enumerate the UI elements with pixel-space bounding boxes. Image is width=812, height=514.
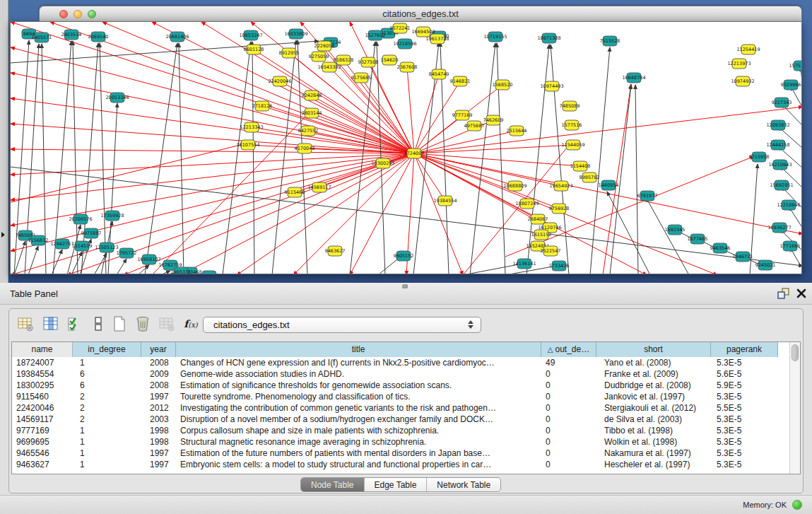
table-cell[interactable]: Jankovic et al. (1997) bbox=[596, 392, 711, 403]
tab-network-table[interactable]: Network Table bbox=[427, 478, 500, 491]
table-cell[interactable]: 2003 bbox=[141, 414, 176, 426]
graph-node[interactable]: 19613728 bbox=[425, 34, 449, 44]
scrollbar-thumb[interactable] bbox=[792, 344, 799, 361]
table-cell[interactable]: Hescheler et al. (1997) bbox=[596, 460, 711, 471]
table-cell[interactable]: 1 bbox=[73, 437, 141, 448]
select-columns-icon[interactable] bbox=[66, 315, 84, 333]
tab-node-table[interactable]: Node Table bbox=[301, 478, 365, 491]
graph-node[interactable]: 19654923 bbox=[549, 181, 572, 191]
graph-node[interactable]: 19384554 bbox=[433, 196, 457, 206]
table-cell[interactable]: 9463627 bbox=[12, 460, 73, 471]
graph-node[interactable]: 12093832 bbox=[766, 120, 789, 130]
citation-edge-black[interactable] bbox=[252, 42, 254, 274]
table-cell[interactable]: 6 bbox=[73, 369, 141, 380]
table-row[interactable]: 911546021997Tourette syndrome. Phenomeno… bbox=[12, 392, 778, 403]
table-cell[interactable]: 0 bbox=[541, 437, 596, 448]
citation-edge-red[interactable] bbox=[11, 153, 414, 200]
table-row[interactable]: 969969511998Structural magnetic resonanc… bbox=[12, 437, 778, 448]
citation-edge-red[interactable] bbox=[124, 153, 414, 274]
table-row[interactable]: 977716911998Corpus callosum shape and si… bbox=[12, 426, 778, 437]
table-cell[interactable]: 1997 bbox=[141, 392, 176, 403]
citation-edge-red[interactable] bbox=[11, 73, 414, 153]
table-cell[interactable]: 2 bbox=[73, 403, 141, 414]
table-cell[interactable]: 19384554 bbox=[12, 369, 73, 380]
table-cell[interactable]: 5.3E-5 bbox=[711, 426, 778, 437]
table-cell[interactable]: 5.3E-5 bbox=[711, 392, 778, 403]
graph-node[interactable]: 8995782 bbox=[579, 173, 600, 182]
panel-collapse-arrow-icon[interactable] bbox=[1, 232, 5, 238]
graph-node[interactable]: 15692951 bbox=[770, 180, 793, 190]
table-cell[interactable]: 14569117 bbox=[12, 414, 73, 426]
citation-edge-red[interactable] bbox=[289, 53, 414, 153]
table-row[interactable]: 946362711997Embryonic stem cells: a mode… bbox=[12, 460, 778, 471]
column-header-in_degree[interactable]: in_degree bbox=[73, 342, 141, 357]
table-cell[interactable]: 0 bbox=[541, 460, 596, 471]
graph-node[interactable]: 2803144 bbox=[302, 108, 322, 118]
table-cell[interactable]: 1 bbox=[73, 460, 141, 471]
table-cell[interactable]: Yano et al. (2008) bbox=[596, 358, 711, 369]
graph-node[interactable]: 18807249 bbox=[515, 199, 539, 209]
close-panel-icon[interactable] bbox=[796, 288, 807, 299]
citation-edge-black[interactable] bbox=[298, 40, 307, 274]
table-cell[interactable]: 9699695 bbox=[12, 437, 73, 448]
network-view-canvas[interactable]: 8494140557124035142069140206914061065324… bbox=[10, 21, 802, 274]
table-cell[interactable]: de Silva et al. (2003) bbox=[596, 414, 711, 426]
table-cell[interactable]: Disruption of a novel member of a sodium… bbox=[176, 414, 541, 426]
table-cell[interactable]: 1998 bbox=[141, 426, 176, 437]
table-cell[interactable]: Stergiakouli et al. (2012) bbox=[596, 403, 711, 414]
table-cell[interactable]: Corpus callosum shape and size in male p… bbox=[176, 426, 541, 437]
graph-node[interactable]: 14569117 bbox=[307, 182, 331, 192]
citation-edge-black[interactable] bbox=[81, 43, 98, 274]
citation-edge-red[interactable] bbox=[319, 153, 414, 187]
table-cell[interactable]: Dudbridge et al. (2008) bbox=[596, 380, 711, 392]
column-header-out_de[interactable]: △out_de… bbox=[541, 342, 596, 357]
citation-edge-red[interactable] bbox=[414, 153, 445, 201]
table-mode-icon[interactable] bbox=[89, 315, 107, 333]
graph-node[interactable]: 15751074 bbox=[789, 61, 802, 71]
graph-node[interactable]: 2718126 bbox=[252, 101, 273, 111]
citation-edge-red[interactable] bbox=[603, 84, 631, 274]
table-cell[interactable]: Genome-wide association studies in ADHD. bbox=[176, 369, 541, 380]
table-settings-icon[interactable] bbox=[16, 315, 35, 333]
citation-edge-black[interactable] bbox=[635, 85, 638, 274]
table-cell[interactable]: 5.9E-5 bbox=[711, 380, 778, 392]
graph-node[interactable]: 10653247 bbox=[239, 30, 262, 40]
table-cell[interactable]: 0 bbox=[541, 448, 596, 460]
graph-node[interactable]: 12444158 bbox=[766, 140, 789, 150]
graph-node[interactable]: 8215958 bbox=[749, 152, 770, 162]
tab-edge-table[interactable]: Edge Table bbox=[365, 478, 428, 491]
column-header-year[interactable]: year bbox=[141, 342, 176, 357]
vertical-scrollbar[interactable] bbox=[789, 342, 800, 474]
table-cell[interactable]: 1997 bbox=[141, 460, 176, 471]
citation-edge-red[interactable] bbox=[414, 153, 580, 166]
graph-node[interactable]: 2069140 bbox=[88, 32, 109, 42]
graph-node[interactable]: 16210643 bbox=[768, 160, 792, 170]
table-cell[interactable]: 22420046 bbox=[12, 403, 73, 414]
graph-node[interactable]: 2522547 bbox=[541, 246, 561, 256]
show-columns-icon[interactable] bbox=[42, 315, 60, 333]
table-cell[interactable]: 2008 bbox=[141, 380, 176, 392]
table-row[interactable]: 1830029562008Estimation of significance … bbox=[12, 380, 778, 392]
citation-edge-black[interactable] bbox=[94, 253, 107, 274]
table-cell[interactable]: Nakamura et al. (1997) bbox=[596, 448, 711, 460]
column-header-pagerank[interactable]: pagerank bbox=[711, 342, 778, 357]
table-cell[interactable]: Estimation of significance thresholds fo… bbox=[176, 380, 541, 392]
table-cell[interactable]: 5.3E-5 bbox=[711, 358, 778, 369]
table-cell[interactable]: Embryonic stem cells: a model to study s… bbox=[176, 460, 541, 471]
table-cell[interactable]: Estimation of the future numbers of pati… bbox=[176, 448, 541, 460]
graph-node[interactable]: 10719155 bbox=[483, 32, 507, 42]
table-cell[interactable]: 5.3E-5 bbox=[711, 448, 778, 460]
citation-edge-red[interactable] bbox=[414, 153, 463, 274]
table-cell[interactable]: 1998 bbox=[141, 437, 176, 448]
graph-node[interactable]: 8912955 bbox=[279, 48, 300, 58]
table-cell[interactable]: 0 bbox=[541, 380, 596, 392]
citation-edge-red[interactable] bbox=[180, 153, 414, 274]
citation-network-graph[interactable]: 8494140557124035142069140206914061065324… bbox=[11, 22, 802, 274]
float-panel-icon[interactable] bbox=[777, 288, 790, 300]
table-cell[interactable]: 9465546 bbox=[12, 448, 73, 460]
table-cell[interactable]: 9777169 bbox=[12, 426, 73, 437]
citation-edge-red[interactable] bbox=[312, 95, 414, 153]
graph-node[interactable]: 12942757 bbox=[50, 239, 73, 249]
graph-node[interactable]: 1615152 bbox=[531, 230, 552, 240]
graph-node[interactable]: 2515644 bbox=[507, 126, 527, 136]
